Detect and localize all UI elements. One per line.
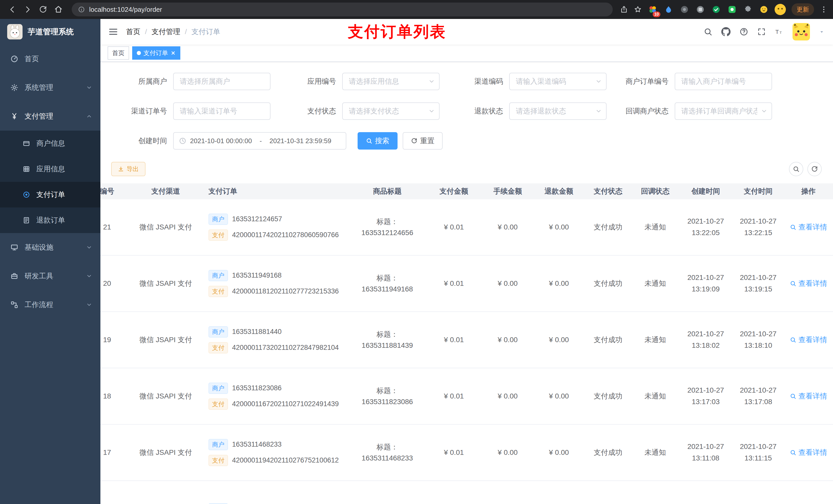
- brand[interactable]: 芋道管理系统: [0, 19, 100, 45]
- filter-channel-code: 渠道编码: [433, 73, 606, 90]
- merchant-order-no-input[interactable]: [675, 73, 772, 90]
- breadcrumb-home[interactable]: 首页: [126, 27, 140, 37]
- view-detail-link[interactable]: 查看详情: [790, 447, 827, 458]
- sidebar-item-infrastructure[interactable]: 基础设施: [0, 233, 100, 262]
- sidebar-item-system[interactable]: 系统管理: [0, 73, 100, 102]
- cell-refund: ¥ 0.00: [533, 334, 585, 345]
- merchant-filter-input[interactable]: [173, 73, 270, 90]
- refresh-table-button[interactable]: [807, 162, 822, 176]
- page-title: 支付订单列表: [348, 22, 446, 42]
- sidebar-item-home[interactable]: 首页: [0, 45, 100, 73]
- cell-fee: ¥ 0.00: [482, 447, 533, 458]
- cell-amount: ¥ 0.01: [426, 278, 482, 289]
- orders-table: 编号 支付渠道 支付订单 商品标题 支付金额 手续金额 退款金额 支付状态 回调…: [100, 183, 833, 504]
- cell-callback: 未通知: [632, 278, 679, 289]
- bookmark-star-icon[interactable]: [634, 5, 642, 14]
- search-icon[interactable]: [704, 27, 713, 37]
- close-icon[interactable]: [171, 50, 176, 55]
- date-range-picker[interactable]: 2021-10-01 00:00:00 - 2021-10-31 23:59:5…: [173, 132, 346, 149]
- cell-pay-order: 商户1635311949168 支付4200001181202110277723…: [206, 270, 349, 297]
- view-detail-link[interactable]: 查看详情: [790, 390, 827, 402]
- font-size-icon[interactable]: TT: [775, 27, 784, 37]
- user-avatar-pikachu[interactable]: [792, 23, 810, 41]
- sidebar-item-refund-order[interactable]: 退款订单: [0, 208, 100, 233]
- address-bar[interactable]: localhost:1024/pay/order: [72, 3, 613, 16]
- forward-icon[interactable]: [21, 2, 35, 17]
- sidebar-item-payment[interactable]: 支付管理: [0, 102, 100, 130]
- search-button[interactable]: 搜索: [358, 132, 398, 149]
- yen-icon: [10, 112, 19, 120]
- back-icon[interactable]: [5, 2, 20, 17]
- sidebar-item-workflow[interactable]: 工作流程: [0, 290, 100, 319]
- share-icon[interactable]: [620, 5, 628, 14]
- pay-status-select[interactable]: [342, 102, 439, 120]
- cell-amount: ¥ 0.01: [426, 334, 482, 345]
- sidebar-item-dev-tools[interactable]: 研发工具: [0, 262, 100, 290]
- channel-order-no-input[interactable]: [173, 102, 270, 120]
- cell-status: 支付成功: [585, 278, 632, 289]
- magnifier-icon: [790, 393, 796, 400]
- navbar-actions: TT: [704, 23, 833, 41]
- callback-status-select[interactable]: [675, 102, 772, 120]
- col-header-title: 商品标题: [349, 186, 426, 197]
- sidebar-item-merchant-info[interactable]: 商户信息: [0, 130, 100, 156]
- home-icon[interactable]: [51, 2, 66, 17]
- puzzle-extensions-icon[interactable]: [743, 4, 753, 15]
- view-detail-link[interactable]: 查看详情: [790, 334, 827, 345]
- filter-refund-status: 退款状态: [433, 102, 606, 120]
- sidebar-item-pay-order[interactable]: 支付订单: [0, 182, 100, 208]
- pay-tag: 支付: [209, 455, 228, 466]
- extension-icon-3[interactable]: [679, 4, 690, 15]
- pay-tag: 支付: [209, 230, 228, 241]
- toggle-search-button[interactable]: [789, 162, 803, 176]
- fullscreen-icon[interactable]: [757, 27, 766, 36]
- cell-status: 支付成功: [585, 334, 632, 345]
- cell-action: 查看详情: [784, 447, 833, 458]
- col-header-fee: 手续金额: [482, 186, 533, 197]
- kebab-menu-icon[interactable]: [820, 5, 828, 14]
- sidebar-item-app-info[interactable]: 应用信息: [0, 156, 100, 182]
- sidebar-item-label: 首页: [25, 54, 92, 64]
- filter-row-1: 所属商户 应用编号 渠道编码 商户订单编号: [100, 73, 833, 90]
- channel-pay-no: 4200001167202110271022491439: [232, 399, 339, 409]
- cell-callback: 未通知: [632, 447, 679, 458]
- breadcrumb-payment[interactable]: 支付管理: [152, 27, 180, 37]
- merchant-tag: 商户: [209, 214, 228, 225]
- tag-home[interactable]: 首页: [108, 46, 129, 60]
- reset-button[interactable]: 重置: [403, 132, 443, 149]
- info-icon[interactable]: [78, 6, 85, 13]
- cell-pay-order: 商户1635312124657 支付4200001174202110278060…: [206, 214, 349, 241]
- help-icon[interactable]: [739, 27, 748, 37]
- sidebar-item-label: 研发工具: [25, 271, 80, 281]
- col-header-create-time: 创建时间: [679, 186, 733, 197]
- cell-status: 支付成功: [585, 390, 632, 402]
- github-icon[interactable]: [721, 27, 731, 37]
- caret-down-icon[interactable]: [819, 29, 825, 35]
- view-detail-link[interactable]: 查看详情: [790, 278, 827, 289]
- filter-pay-status: 支付状态: [273, 102, 439, 120]
- extension-icon-1[interactable]: 10: [647, 4, 658, 15]
- breadcrumb-separator: /: [185, 28, 187, 36]
- cell-callback: 未通知: [632, 334, 679, 345]
- extension-icon-2[interactable]: [663, 4, 674, 15]
- svg-text:T: T: [776, 29, 779, 35]
- filter-label: 应用编号: [273, 77, 342, 86]
- extension-icon-5[interactable]: [711, 4, 721, 15]
- view-detail-link[interactable]: 查看详情: [790, 221, 827, 233]
- export-button[interactable]: 导出: [111, 162, 145, 176]
- emoji-extension-icon[interactable]: [759, 4, 769, 15]
- reload-icon[interactable]: [36, 2, 50, 17]
- extension-icon-6[interactable]: [727, 4, 737, 15]
- merchant-tag: 商户: [209, 383, 228, 394]
- clock-icon: [179, 137, 187, 145]
- date-end-value: 2021-10-31 23:59:59: [269, 137, 331, 145]
- server-icon: [10, 243, 19, 251]
- browser-update-button[interactable]: 更新: [791, 3, 814, 16]
- extension-icon-4[interactable]: [695, 4, 706, 15]
- grid-icon: [23, 165, 30, 173]
- tag-pay-order[interactable]: 支付订单: [132, 46, 180, 60]
- app-no-select[interactable]: [342, 73, 439, 90]
- sidebar: 芋道管理系统 首页 系统管理 支付管理 商户信息: [0, 19, 100, 504]
- hamburger-icon[interactable]: [100, 27, 126, 37]
- browser-profile-avatar[interactable]: [775, 4, 786, 15]
